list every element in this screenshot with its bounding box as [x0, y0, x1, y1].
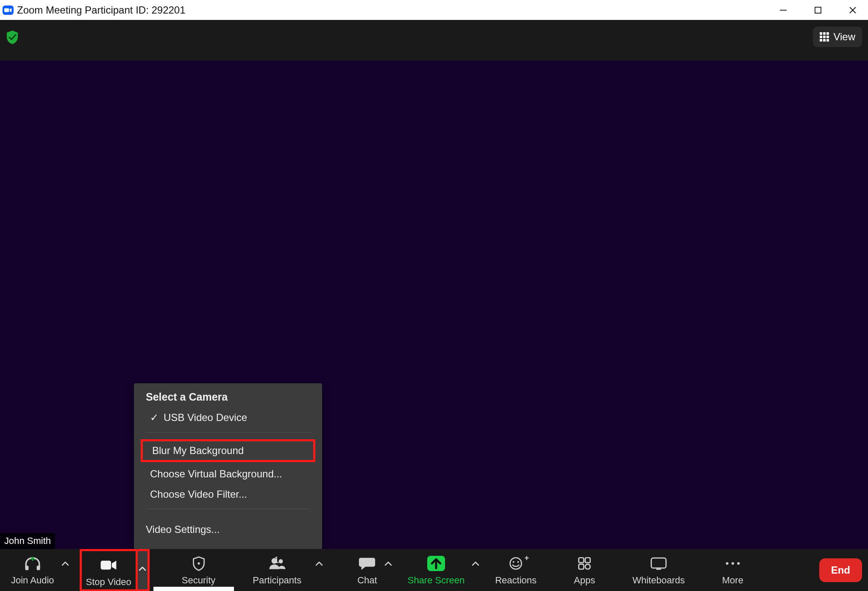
menu-divider: [146, 432, 310, 432]
window-minimize-button[interactable]: [777, 4, 789, 16]
plus-badge-icon: +: [525, 554, 529, 563]
window-title: Zoom Meeting Participant ID: 292201: [17, 4, 186, 16]
participants-count: 1: [274, 555, 279, 566]
headphones-icon: [24, 555, 42, 571]
smiley-icon: [507, 555, 525, 571]
share-screen-icon: [427, 555, 445, 571]
end-meeting-button[interactable]: End: [819, 558, 862, 582]
toolbar-label: Join Audio: [11, 575, 54, 586]
svg-rect-17: [585, 564, 590, 569]
share-options-caret[interactable]: [470, 551, 481, 589]
svg-point-10: [278, 559, 283, 563]
toolbar-label: More: [722, 575, 743, 586]
menu-item-video-filter[interactable]: Choose Video Filter...: [146, 484, 310, 505]
toolbar-label: Stop Video: [86, 577, 131, 588]
apps-button[interactable]: Apps: [569, 551, 600, 589]
menu-item-virtual-background[interactable]: Choose Virtual Background...: [146, 464, 310, 484]
camera-option-label: USB Video Device: [164, 412, 247, 424]
view-button[interactable]: View: [813, 27, 862, 47]
svg-rect-16: [579, 564, 584, 569]
svg-rect-15: [585, 558, 590, 563]
menu-divider: [146, 509, 310, 509]
zoom-app-icon: [3, 6, 14, 15]
video-camera-icon: [100, 557, 117, 573]
participants-options-caret[interactable]: [313, 551, 325, 589]
join-audio-button[interactable]: Join Audio: [6, 551, 59, 589]
whiteboard-icon: [650, 555, 668, 571]
audio-options-caret[interactable]: [59, 551, 71, 589]
participant-name-chip: John Smith: [0, 533, 55, 549]
toolbar-label: Apps: [574, 575, 595, 586]
svg-point-12: [513, 561, 515, 563]
apps-icon: [576, 555, 593, 571]
chat-options-caret[interactable]: [382, 551, 394, 589]
toolbar-label: Participants: [253, 575, 301, 586]
meeting-toolbar: Join Audio Stop Video Security 1 Partici…: [0, 549, 868, 591]
svg-rect-6: [36, 566, 40, 570]
whiteboards-button[interactable]: Whiteboards: [627, 551, 690, 589]
video-stage: John Smith Select a Camera ✓ USB Video D…: [0, 61, 868, 549]
window-close-button[interactable]: [847, 4, 859, 16]
svg-point-20: [726, 562, 728, 564]
security-button[interactable]: Security: [177, 551, 220, 589]
os-task-hint: [153, 587, 234, 591]
svg-point-21: [732, 562, 734, 564]
shield-icon: [190, 555, 208, 571]
menu-item-label: Blur My Background: [152, 445, 244, 456]
toolbar-label: Security: [182, 575, 215, 586]
svg-rect-14: [579, 558, 584, 563]
svg-point-13: [517, 561, 519, 563]
svg-point-11: [510, 558, 522, 569]
reactions-button[interactable]: + Reactions: [490, 551, 542, 589]
participants-button[interactable]: 1 Participants: [248, 551, 313, 589]
svg-rect-18: [651, 558, 666, 568]
menu-item-video-settings[interactable]: Video Settings...: [146, 519, 310, 540]
menu-item-blur-background[interactable]: Blur My Background: [141, 439, 315, 462]
stop-video-button[interactable]: Stop Video: [80, 549, 138, 591]
menu-item-label: Choose Video Filter...: [150, 488, 247, 500]
video-options-caret[interactable]: [138, 549, 150, 591]
meeting-top-strip: View: [0, 20, 868, 61]
more-button[interactable]: More: [717, 551, 748, 589]
participant-name-text: John Smith: [4, 535, 51, 546]
toolbar-label: Reactions: [495, 575, 537, 586]
view-label: View: [833, 31, 855, 43]
svg-rect-7: [101, 560, 111, 569]
chat-icon: [358, 555, 376, 571]
toolbar-label: Chat: [357, 575, 377, 586]
camera-option-usb[interactable]: ✓ USB Video Device: [146, 407, 310, 428]
video-options-menu: Select a Camera ✓ USB Video Device Blur …: [134, 383, 322, 549]
chat-button[interactable]: Chat: [352, 551, 382, 589]
svg-rect-5: [25, 566, 28, 570]
menu-item-label: Video Settings...: [146, 524, 220, 535]
toolbar-label: Whiteboards: [632, 575, 685, 586]
grid-icon: [820, 32, 829, 42]
window-maximize-button[interactable]: [812, 4, 824, 16]
check-icon: ✓: [150, 412, 159, 424]
window-titlebar: Zoom Meeting Participant ID: 292201: [0, 0, 868, 20]
svg-point-22: [737, 562, 740, 564]
more-icon: [724, 555, 742, 571]
encryption-shield-icon[interactable]: [6, 30, 19, 45]
svg-rect-2: [815, 7, 821, 13]
toolbar-label: Share Screen: [408, 575, 465, 586]
end-button-label: End: [831, 564, 850, 576]
svg-point-8: [198, 562, 200, 564]
video-menu-header: Select a Camera: [146, 391, 310, 407]
share-screen-button[interactable]: Share Screen: [403, 551, 470, 589]
svg-rect-0: [4, 8, 9, 12]
menu-item-label: Choose Virtual Background...: [150, 468, 282, 480]
